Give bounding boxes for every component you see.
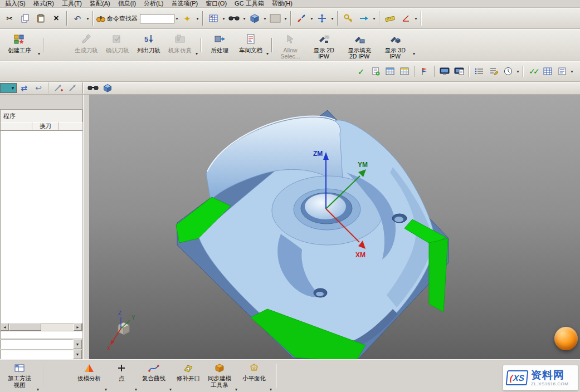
selection-scope-combo[interactable]: ▼: [0, 83, 17, 93]
facet-button[interactable]: 小平面化: [238, 361, 270, 392]
add-target-button[interactable]: [52, 81, 65, 95]
floating-ball[interactable]: [554, 327, 578, 350]
visibility-button[interactable]: [227, 11, 241, 26]
move-target-button[interactable]: [66, 81, 80, 95]
chevron-down-icon[interactable]: ▼: [73, 340, 82, 349]
report-button[interactable]: [555, 65, 569, 78]
chevron-down-icon[interactable]: ▾: [569, 69, 574, 74]
chevron-down-icon[interactable]: ▾: [196, 51, 198, 56]
navigator-tree[interactable]: [0, 131, 82, 323]
menu-window[interactable]: 窗口(O): [202, 0, 231, 7]
chevron-down-icon[interactable]: ▾: [85, 16, 90, 21]
delete-button[interactable]: ×: [49, 11, 64, 26]
list-edit-button[interactable]: [487, 65, 500, 78]
swap-views-button[interactable]: ⇄: [17, 81, 31, 95]
allow-select-button[interactable]: Allow Selec...: [275, 30, 306, 60]
chevron-down-icon[interactable]: ▾: [174, 16, 179, 21]
chevron-down-icon[interactable]: ▾: [413, 16, 418, 21]
menu-help[interactable]: 帮助(H): [268, 0, 296, 7]
create-operation-button[interactable]: 创建工序: [1, 30, 38, 60]
patch-opening-button[interactable]: 修补开口: [173, 361, 204, 392]
zoom-button[interactable]: [294, 11, 309, 26]
chevron-down-icon[interactable]: ▾: [270, 387, 272, 392]
undo-button[interactable]: ↶: [70, 11, 85, 26]
composite-curve-button[interactable]: 复合曲线: [138, 361, 169, 392]
panel-splitter[interactable]: [82, 95, 89, 359]
menu-preferences[interactable]: 首选项(P): [168, 0, 202, 7]
machine-simulation-button[interactable]: 机床仿真: [164, 30, 196, 60]
chevron-down-icon[interactable]: ▾: [266, 51, 269, 56]
accept-button[interactable]: ✓✓: [527, 65, 540, 78]
navigator-dropdown-2[interactable]: ▼: [1, 350, 82, 359]
chevron-down-icon[interactable]: ▾: [195, 16, 200, 21]
show-hide-button[interactable]: [86, 81, 100, 95]
draft-analysis-button[interactable]: 拔模分析: [74, 361, 105, 392]
chevron-down-icon[interactable]: ▾: [413, 51, 415, 56]
chevron-down-icon[interactable]: ▾: [235, 387, 237, 392]
chevron-down-icon[interactable]: ▾: [169, 387, 172, 392]
paste-button[interactable]: [33, 11, 48, 26]
menu-gc-toolbox[interactable]: GC 工具箱: [231, 0, 268, 7]
scroll-left-button[interactable]: ◄: [1, 324, 9, 331]
chevron-down-icon[interactable]: ▾: [262, 16, 267, 21]
navigator-column-toolchange[interactable]: 换刀: [32, 122, 59, 131]
chevron-down-icon[interactable]: ▾: [242, 16, 247, 21]
chevron-down-icon[interactable]: ▾: [283, 16, 288, 21]
menu-analysis[interactable]: 分析(L): [140, 0, 167, 7]
history-button[interactable]: [501, 65, 515, 78]
shop-doc-button[interactable]: 车间文档: [235, 30, 266, 60]
chevron-down-icon[interactable]: ▾: [37, 387, 39, 392]
measure-distance-button[interactable]: [383, 11, 397, 26]
list-button[interactable]: [472, 65, 486, 78]
menu-format[interactable]: 格式(R): [30, 0, 58, 7]
command-finder-input[interactable]: [140, 14, 174, 23]
dropdown-field[interactable]: [1, 340, 73, 349]
cut-button[interactable]: ✂: [2, 11, 17, 26]
table-blue-button[interactable]: [383, 65, 397, 78]
copy-button[interactable]: [18, 11, 32, 26]
menu-insert[interactable]: 插入(S): [1, 0, 30, 7]
measure-angle-button[interactable]: [398, 11, 413, 26]
show-2d-ipw-button[interactable]: 2D 显示 2D IPW: [306, 30, 342, 60]
chevron-down-icon[interactable]: ▾: [330, 16, 335, 21]
horizontal-scrollbar[interactable]: ◄ ►: [0, 323, 82, 331]
scroll-right-button[interactable]: ►: [74, 324, 82, 331]
point-button[interactable]: 点: [108, 361, 135, 392]
grid-button[interactable]: [541, 65, 554, 78]
menu-information[interactable]: 信息(I): [114, 0, 140, 7]
menu-tools[interactable]: 工具(T): [58, 0, 86, 7]
navigator-column-name[interactable]: [1, 122, 32, 131]
layout-button[interactable]: [206, 11, 221, 26]
measure-nav-button[interactable]: [357, 11, 371, 26]
render-style-button[interactable]: [268, 11, 282, 26]
chevron-down-icon[interactable]: ▾: [309, 16, 314, 21]
postprocess-button[interactable]: 后处理: [204, 30, 235, 60]
solid-view-button[interactable]: [101, 81, 114, 95]
machining-method-view-button[interactable]: 加工方法视图: [2, 361, 37, 392]
dropdown-field[interactable]: [1, 350, 73, 359]
monitor-doc-button[interactable]: [452, 65, 466, 78]
chevron-down-icon[interactable]: ▾: [105, 387, 107, 392]
view-orient-button[interactable]: [247, 11, 262, 26]
assistant-button[interactable]: ✦: [180, 11, 194, 26]
pan-button[interactable]: [315, 11, 329, 26]
chevron-down-icon[interactable]: ▾: [135, 387, 137, 392]
chevron-down-icon[interactable]: ▾: [372, 16, 377, 21]
flag-button[interactable]: [418, 65, 431, 78]
new-item-button[interactable]: [369, 65, 382, 78]
sync-modeling-button[interactable]: 同步建模工具条: [204, 361, 235, 392]
reverse-button[interactable]: ↩: [32, 81, 45, 95]
chevron-down-icon[interactable]: ▼: [73, 350, 82, 359]
monitor-button[interactable]: [438, 65, 451, 78]
navigator-dropdown-1[interactable]: ▼: [1, 340, 82, 349]
graphics-viewport[interactable]: ZM YM XM Z Y X: [89, 95, 580, 359]
show-filled-2d-ipw-button[interactable]: 显示填充 2D IPW: [342, 30, 377, 60]
ok-button[interactable]: ✓: [354, 65, 368, 78]
chevron-down-icon[interactable]: ▾: [38, 51, 40, 56]
scrollbar-thumb[interactable]: [9, 324, 41, 331]
list-toolpath-button[interactable]: 5 列出刀轨: [133, 30, 164, 60]
show-3d-ipw-button[interactable]: 显示 3D IPW: [377, 30, 413, 60]
scrollbar-track[interactable]: [9, 324, 74, 331]
chevron-down-icon[interactable]: ▾: [515, 69, 520, 74]
chevron-down-icon[interactable]: ▾: [221, 16, 226, 21]
